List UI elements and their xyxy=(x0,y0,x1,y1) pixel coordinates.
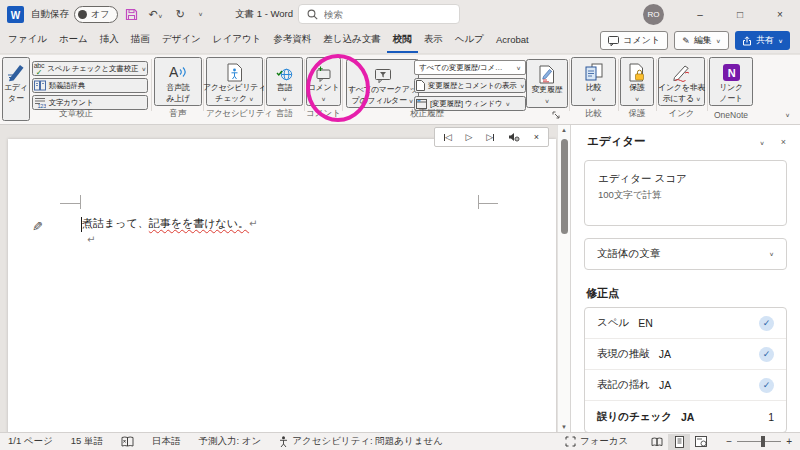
track-changes-button[interactable]: 変更履歴 ∨ xyxy=(526,59,568,108)
tab-home[interactable]: ホーム xyxy=(53,28,94,53)
show-markup-button[interactable]: 変更履歴とコメントの表示 ∨ xyxy=(414,78,526,93)
pane-close-button[interactable]: × xyxy=(781,137,786,147)
tab-help[interactable]: ヘルプ xyxy=(449,28,490,53)
new-comment-button[interactable]: コメント ∨ xyxy=(306,57,341,106)
language-button[interactable]: 言語 ∨ xyxy=(266,57,303,106)
thesaurus-button[interactable]: 類義語辞典 xyxy=(32,78,149,93)
vertical-scrollbar[interactable]: ▲ ▼ xyxy=(557,125,570,432)
divider xyxy=(707,59,708,111)
minimize-button[interactable]: – xyxy=(680,0,720,28)
editor-pane: エディター ∨ × エディター スコア 100文字で計算 文語体の文章 ∨ 修正… xyxy=(570,125,800,432)
read-aloud-previous-button[interactable]: ◁ xyxy=(444,133,452,142)
group-label-proofing: 文章校正 xyxy=(2,108,150,120)
tab-view[interactable]: 表示 xyxy=(418,28,449,53)
share-button[interactable]: 共有 ∨ xyxy=(735,31,790,50)
tab-design[interactable]: デザイン xyxy=(156,28,207,53)
list-item-spelling[interactable]: スペル EN ✓ xyxy=(585,308,786,339)
comments-button[interactable]: コメント xyxy=(600,31,668,50)
zoom-slider-thumb[interactable] xyxy=(761,436,765,447)
item-language: JA xyxy=(659,379,671,391)
read-aloud-play-button[interactable]: ▷ xyxy=(466,133,473,142)
item-label: スペル xyxy=(597,316,629,330)
web-layout-button[interactable] xyxy=(690,434,712,450)
maximize-button[interactable]: □ xyxy=(720,0,760,28)
search-box[interactable] xyxy=(298,4,460,24)
page-indicator[interactable]: 1/1 ページ xyxy=(8,435,53,448)
group-label-accessibility: アクセシビリティ xyxy=(206,108,263,120)
comment-icon xyxy=(608,36,619,46)
tab-layout[interactable]: レイアウト xyxy=(207,28,268,53)
document-text-line[interactable]: 煮詰まって、記事をを書けない。↵ xyxy=(82,216,257,231)
compare-button[interactable]: 比較 ∨ xyxy=(571,57,616,106)
redo-button[interactable]: ↻ xyxy=(173,9,188,20)
linked-notes-label-2: ノート xyxy=(719,94,742,104)
scrollbar-thumb[interactable] xyxy=(561,139,568,234)
collapse-ribbon-button[interactable]: ∨ xyxy=(785,110,790,119)
read-aloud-close-button[interactable]: × xyxy=(534,133,539,142)
language-indicator[interactable]: 日本語 xyxy=(152,435,181,448)
web-layout-icon xyxy=(695,436,707,447)
hide-ink-button[interactable]: インクを非表 示にする ∨ xyxy=(658,57,705,106)
focus-mode-button[interactable]: フォーカス xyxy=(565,435,628,448)
tab-insert[interactable]: 挿入 xyxy=(94,28,125,53)
markup-filter-button[interactable]: すべてのマークアッ プのフィルター ∨ xyxy=(346,59,419,108)
linked-notes-button[interactable]: N リンク ノート xyxy=(709,57,753,106)
word-logo-icon[interactable]: W xyxy=(7,6,24,23)
tab-draw[interactable]: 描画 xyxy=(125,28,156,53)
dialog-launcher-icon[interactable] xyxy=(552,111,560,119)
tab-file[interactable]: ファイル xyxy=(2,28,53,53)
thesaurus-book-icon xyxy=(34,80,46,91)
scroll-down-icon[interactable]: ▼ xyxy=(558,424,570,430)
list-item-refinement[interactable]: 表現の推敲 JA ✓ xyxy=(585,339,786,370)
avatar[interactable]: RO xyxy=(643,4,664,25)
autosave-toggle[interactable]: オフ xyxy=(74,6,118,23)
close-icon: × xyxy=(534,133,539,142)
read-aloud-button[interactable]: A 音声読 み上げ xyxy=(154,57,202,106)
print-layout-button[interactable] xyxy=(668,434,690,450)
prediction-indicator[interactable]: 予測入力: オン xyxy=(199,435,262,448)
scroll-up-icon[interactable]: ▲ xyxy=(558,127,570,133)
margin-crop-mark xyxy=(80,195,81,209)
writing-style-selector[interactable]: 文語体の文章 ∨ xyxy=(584,238,787,270)
tab-acrobat[interactable]: Acrobat xyxy=(490,28,535,53)
accessibility-status[interactable]: アクセシビリティ: 問題ありません xyxy=(279,435,443,448)
read-aloud-icon: A xyxy=(169,61,187,82)
list-item-errors[interactable]: 誤りのチェック JA 1 xyxy=(585,401,786,432)
word-window: W 自動保存 オフ ↶∨ ↻ ∨ 文書 1 - Word RO – □ × ファ… xyxy=(0,0,800,450)
accessibility-check-button[interactable]: アクセシビリティ チェック ∨ xyxy=(206,57,263,106)
undo-icon: ↶ xyxy=(148,8,157,20)
tab-review[interactable]: 校閲 xyxy=(387,28,418,53)
read-mode-button[interactable] xyxy=(646,434,668,450)
protect-button[interactable]: 保護 ∨ xyxy=(620,57,654,106)
search-input[interactable] xyxy=(324,9,434,20)
display-for-review-combo[interactable]: すべての変更履歴/コメ… ∨ xyxy=(414,60,526,75)
flagged-text[interactable]: 記事をを書けない。 xyxy=(149,217,249,229)
editing-button[interactable]: ✎ 編集 ∨ xyxy=(674,31,729,50)
editor-label-2: ター xyxy=(8,94,24,104)
close-icon: × xyxy=(781,137,786,147)
status-bar: 1/1 ページ 15 単語 日本語 予測入力: オン アクセシビリティ: 問題あ… xyxy=(0,432,800,450)
zoom-slider[interactable] xyxy=(737,441,781,442)
ribbon-group-protect: 保護 ∨ 保護 xyxy=(620,57,654,121)
customize-toolbar-button[interactable]: ∨ xyxy=(195,10,206,18)
zoom-in-button[interactable]: + xyxy=(786,437,792,447)
zoom-out-button[interactable]: − xyxy=(726,437,732,447)
proofing-errors-icon[interactable] xyxy=(121,436,134,447)
tab-references[interactable]: 参考資料 xyxy=(267,28,317,53)
spelling-grammar-button[interactable]: abc✓ スペル チェックと文書校正 ∨ xyxy=(32,61,149,76)
undo-button[interactable]: ↶∨ xyxy=(145,9,165,20)
read-aloud-next-button[interactable]: ▷ xyxy=(486,133,494,142)
read-aloud-settings-button[interactable] xyxy=(508,132,520,142)
pane-more-button[interactable]: ∨ xyxy=(760,137,765,147)
autosave-control[interactable]: 自動保存 オフ xyxy=(31,6,118,23)
close-button[interactable]: × xyxy=(760,0,800,28)
thesaurus-label: 類義語辞典 xyxy=(49,81,86,91)
list-item-notation[interactable]: 表記の揺れ JA ✓ xyxy=(585,370,786,401)
save-icon[interactable] xyxy=(125,8,138,21)
tab-mailings[interactable]: 差し込み文書 xyxy=(317,28,386,53)
comments-group-button-label: コメント xyxy=(308,83,340,93)
divider xyxy=(342,59,343,111)
focus-label: フォーカス xyxy=(580,435,628,448)
document-page[interactable]: 煮詰まって、記事をを書けない。↵ ↵ ✎ xyxy=(8,139,556,438)
word-count-indicator[interactable]: 15 単語 xyxy=(71,435,103,448)
